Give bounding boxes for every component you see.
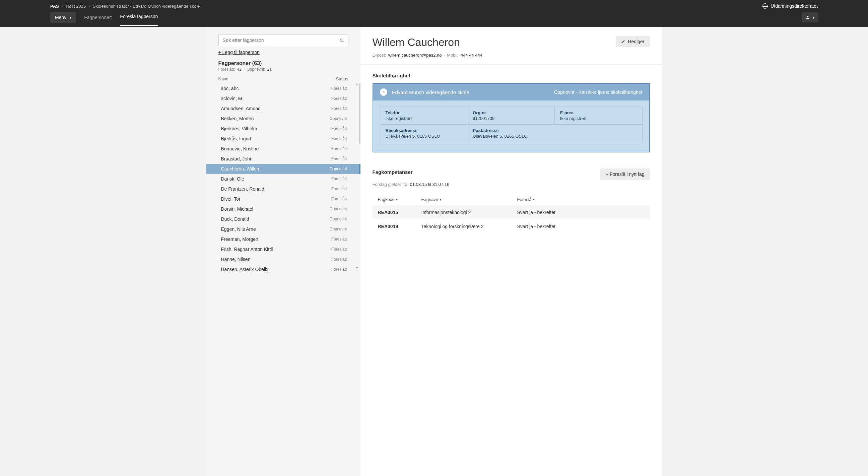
person-status-cell: Oppnevnt	[329, 227, 347, 231]
person-status-cell: Foreslått	[331, 156, 347, 161]
affil-epost-value: Ikke registrert	[560, 116, 637, 121]
competence-title: Fagkompetanser	[373, 169, 413, 175]
col-status[interactable]: Status	[336, 76, 348, 82]
person-status-cell: Oppnevnt	[329, 217, 347, 221]
person-row[interactable]: Dansk, OleForeslått	[206, 174, 361, 184]
person-row[interactable]: abc, abcForeslått	[206, 84, 361, 93]
affiliation-status: Oppnevnt - Kan ikke fjerne skoletilhørig…	[554, 89, 643, 95]
person-name-cell: Duck, Donald	[221, 216, 249, 222]
person-name-cell: Bonnevie, Kristine	[221, 146, 259, 151]
person-row[interactable]: Amundsen, AmundForeslått	[206, 103, 361, 114]
person-row[interactable]: Divel, TorForeslått	[206, 194, 361, 204]
person-row[interactable]: Hansen, Asterix ObelixForeslått	[206, 264, 361, 271]
person-name-cell: Hansen, Asterix Obelix	[221, 267, 269, 271]
person-name-cell: Frish, Ragnar Anton Kittil	[221, 247, 273, 252]
app-header: PAS • Høst 2015 • Skoleadministrator - E…	[0, 0, 868, 27]
person-name-cell: Bjerknes, Vilhelm	[221, 126, 257, 131]
person-row[interactable]: Bekken, MortenOppnevnt	[206, 114, 361, 124]
person-row[interactable]: De Frantzen, RonaldForeslått	[206, 184, 361, 194]
person-status-cell: Oppnevnt	[329, 207, 347, 211]
contact-line: E-post: willem.caucheron@pas2.no · Mobil…	[373, 53, 483, 58]
person-status-cell: Foreslått	[331, 177, 347, 181]
competence-date-line: Forslag gjelder fra: 01.08.15 til 31.07.…	[373, 182, 650, 187]
user-menu-button[interactable]: ▾	[802, 12, 818, 23]
person-row[interactable]: Dorsin, MichaelOppnevnt	[206, 204, 361, 214]
person-name-cell: Braastad, John	[221, 156, 253, 161]
person-status-cell: Foreslått	[331, 126, 347, 131]
person-name-cell: Eggen, Nils Arne	[221, 226, 256, 232]
person-row[interactable]: Bjerkås, IngridForeslått	[206, 134, 361, 144]
competence-section: Fagkompetanser + Foreslå i nytt fag Fors…	[361, 160, 662, 242]
person-name-cell: De Frantzen, Ronald	[221, 186, 264, 192]
edit-button[interactable]: Rediger	[616, 36, 650, 47]
propose-new-button[interactable]: + Foreslå i nytt fag	[600, 168, 650, 180]
collapse-toggle[interactable]	[380, 89, 387, 96]
competence-row[interactable]: REA3015Informasjonsteknologi 2Svart ja -…	[373, 205, 650, 219]
post-value: Ullevålsveien 5, 0165 OSLO	[473, 134, 637, 139]
affiliation-body: Telefon Ikke registrert Org.nr 912001709…	[373, 100, 649, 152]
person-name-cell: aclovin, M	[221, 96, 242, 101]
person-row[interactable]: Frish, Ragnar Anton KittilForeslått	[206, 244, 361, 254]
affiliation-header[interactable]: Edvard Munch videregående skole Oppnevnt…	[373, 84, 649, 100]
person-status-cell: Foreslått	[331, 187, 347, 191]
fagkode-cell: REA3015	[378, 210, 422, 215]
affiliation-title: Skoletilhørighet	[373, 73, 650, 78]
competence-table-header: Fagkode ▾ Fagnavn ▾ Foreslå ▾	[373, 194, 650, 205]
fagnavn-cell: Teknologi og forskningslære 2	[422, 224, 517, 229]
competence-table-body: REA3015Informasjonsteknologi 2Svart ja -…	[373, 205, 650, 233]
search-input[interactable]	[218, 34, 348, 46]
mobile-value: 444 44 444	[461, 53, 483, 58]
email-link[interactable]: willem.caucheron@pas2.no	[388, 53, 442, 58]
fagnavn-cell: Informasjonsteknologi 2	[422, 210, 517, 215]
chevron-down-icon: ▾	[396, 198, 398, 201]
person-list[interactable]: abc, abcForeslåttaclovin, MForeslåttAmun…	[206, 84, 361, 271]
person-row[interactable]: Freeman, MorgenForeslått	[206, 234, 361, 244]
pencil-icon	[621, 39, 625, 43]
breadcrumb-pas[interactable]: PAS	[50, 4, 59, 9]
competence-row[interactable]: REA3019Teknologi og forskningslære 2Svar…	[373, 219, 650, 233]
person-name-cell: Hanne, Nilsen	[221, 257, 251, 262]
person-row[interactable]: Caucheron, WillemOppnevnt	[206, 164, 361, 174]
affiliation-section: Skoletilhørighet Edvard Munch videregåen…	[361, 65, 662, 160]
fagpersoner-label: Fagpersoner:	[84, 15, 112, 20]
orgnr-value: 912001709	[473, 116, 549, 121]
person-status-cell: Foreslått	[331, 136, 347, 141]
person-name-cell: Dansk, Ole	[221, 176, 244, 182]
add-fagperson-link[interactable]: + Legg til fagperson	[218, 50, 348, 55]
person-name-cell: Freeman, Morgen	[221, 236, 258, 242]
col-foresla[interactable]: Foreslå ▾	[517, 197, 645, 202]
person-row[interactable]: aclovin, MForeslått	[206, 93, 361, 103]
foresla-cell: Svart ja - bekreftet	[517, 224, 645, 229]
person-row[interactable]: Bjerknes, VilhelmForeslått	[206, 124, 361, 134]
person-row[interactable]: Hanne, NilsenForeslått	[206, 254, 361, 264]
main-container: + Legg til fagperson Fagpersoner (63) Fo…	[206, 27, 662, 476]
person-name: Willem Caucheron	[373, 36, 483, 49]
person-row[interactable]: Duck, DonaldOppnevnt	[206, 214, 361, 224]
sidebar: + Legg til fagperson Fagpersoner (63) Fo…	[206, 27, 361, 476]
tab-foresla-fagperson[interactable]: Foreslå fagperson	[120, 14, 158, 26]
person-row[interactable]: Bonnevie, KristineForeslått	[206, 144, 361, 154]
person-row[interactable]: Eggen, Nils ArneOppnevnt	[206, 224, 361, 234]
person-status-cell: Foreslått	[331, 197, 347, 201]
person-status-cell: Foreslått	[331, 267, 347, 271]
menu-button[interactable]: Meny ▾	[50, 12, 76, 23]
col-navn[interactable]: Navn	[218, 76, 228, 82]
col-fagkode[interactable]: Fagkode ▾	[378, 197, 422, 202]
chevron-down-icon: ▾	[813, 16, 814, 20]
person-status-cell: Oppnevnt	[329, 166, 347, 171]
breadcrumb-term[interactable]: Høst 2015	[66, 4, 86, 9]
col-fagnavn[interactable]: Fagnavn ▾	[422, 197, 517, 202]
foresla-cell: Svart ja - bekreftet	[517, 210, 645, 215]
person-status-cell: Foreslått	[331, 247, 347, 252]
logo-icon	[763, 3, 768, 9]
chevron-up-icon	[382, 90, 385, 94]
person-name-cell: Amundsen, Amund	[221, 106, 260, 111]
breadcrumb-role[interactable]: Skoleadministrator - Edvard Munch videre…	[93, 4, 200, 9]
chevron-down-icon: ▾	[439, 198, 441, 201]
person-status-cell: Foreslått	[331, 96, 347, 101]
chevron-down-icon: ▾	[70, 16, 71, 20]
person-row[interactable]: Braastad, JohnForeslått	[206, 154, 361, 164]
person-name-cell: Bjerkås, Ingrid	[221, 136, 251, 141]
scrollbar-thumb[interactable]	[359, 84, 361, 144]
person-status-cell: Foreslått	[331, 257, 347, 262]
